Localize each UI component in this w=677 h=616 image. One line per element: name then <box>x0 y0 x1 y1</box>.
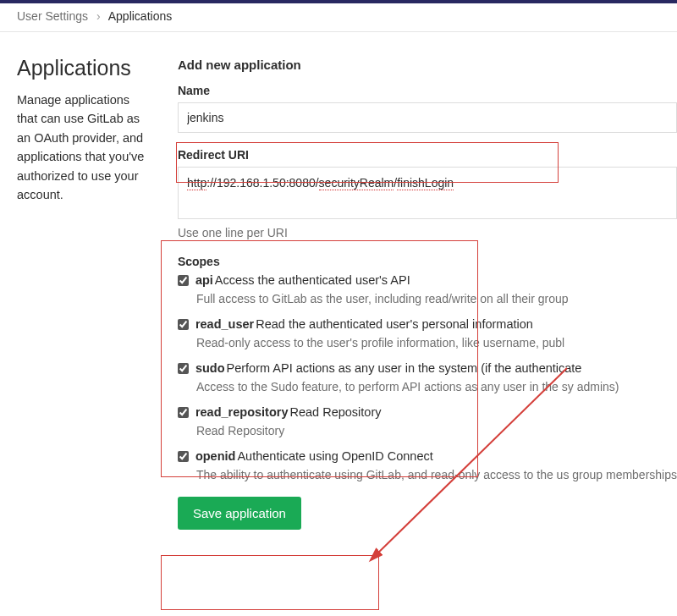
scopes-label: Scopes <box>178 255 677 268</box>
scope-name-read_user: read_user <box>195 317 254 331</box>
redirect-uri-input[interactable]: http://192.168.1.50:8080/securityRealm/f… <box>178 167 677 219</box>
scope-name-api: api <box>195 273 213 287</box>
page-title: Applications <box>17 56 152 80</box>
scope-label-api: Access the authenticated user's API <box>215 273 410 287</box>
scope-row-sudo[interactable]: sudo Perform API actions as any user in … <box>178 361 677 375</box>
scope-sudo: sudo Perform API actions as any user in … <box>178 361 677 393</box>
scope-desc-read_repository: Read Repository <box>196 424 677 437</box>
scope-desc-sudo: Access to the Sudo feature, to perform A… <box>196 380 677 393</box>
scope-label-openid: Authenticate using OpenID Connect <box>237 449 432 463</box>
scope-read_repository: read_repository Read RepositoryRead Repo… <box>178 405 677 437</box>
save-application-button[interactable]: Save application <box>178 497 301 530</box>
breadcrumb-current: Applications <box>108 9 173 23</box>
scope-checkbox-openid[interactable] <box>178 451 189 462</box>
scope-name-read_repository: read_repository <box>195 405 289 419</box>
scope-desc-api: Full access to GitLab as the user, inclu… <box>196 292 677 305</box>
scope-name-openid: openid <box>195 449 236 463</box>
breadcrumb: User Settings › Applications <box>0 3 677 32</box>
name-label: Name <box>178 84 677 97</box>
name-input[interactable] <box>178 102 677 133</box>
scope-name-sudo: sudo <box>195 361 225 375</box>
page-description: Manage applications that can use GitLab … <box>17 91 152 205</box>
annotation-box-save <box>161 555 379 610</box>
scope-row-openid[interactable]: openid Authenticate using OpenID Connect <box>178 449 677 463</box>
scope-openid: openid Authenticate using OpenID Connect… <box>178 449 677 481</box>
scope-api: api Access the authenticated user's APIF… <box>178 273 677 305</box>
scope-checkbox-sudo[interactable] <box>178 363 189 374</box>
scope-read_user: read_user Read the authenticated user's … <box>178 317 677 349</box>
scope-label-read_repository: Read Repository <box>290 405 382 419</box>
form-title: Add new application <box>178 58 677 72</box>
redirect-uri-label: Redirect URI <box>178 148 677 162</box>
scope-row-read_repository[interactable]: read_repository Read Repository <box>178 405 677 419</box>
breadcrumb-separator: › <box>91 9 106 23</box>
redirect-uri-help: Use one line per URI <box>178 226 677 239</box>
scope-label-read_user: Read the authenticated user's personal i… <box>256 317 533 331</box>
scope-checkbox-read_repository[interactable] <box>178 407 189 418</box>
scope-desc-read_user: Read-only access to the user's profile i… <box>196 336 677 349</box>
scope-checkbox-api[interactable] <box>178 275 189 286</box>
scope-desc-openid: The ability to authenticate using GitLab… <box>196 468 677 481</box>
breadcrumb-parent[interactable]: User Settings <box>17 9 88 23</box>
scope-row-api[interactable]: api Access the authenticated user's API <box>178 273 677 287</box>
scope-checkbox-read_user[interactable] <box>178 319 189 330</box>
scope-label-sudo: Perform API actions as any user in the s… <box>227 361 582 375</box>
scope-row-read_user[interactable]: read_user Read the authenticated user's … <box>178 317 677 331</box>
